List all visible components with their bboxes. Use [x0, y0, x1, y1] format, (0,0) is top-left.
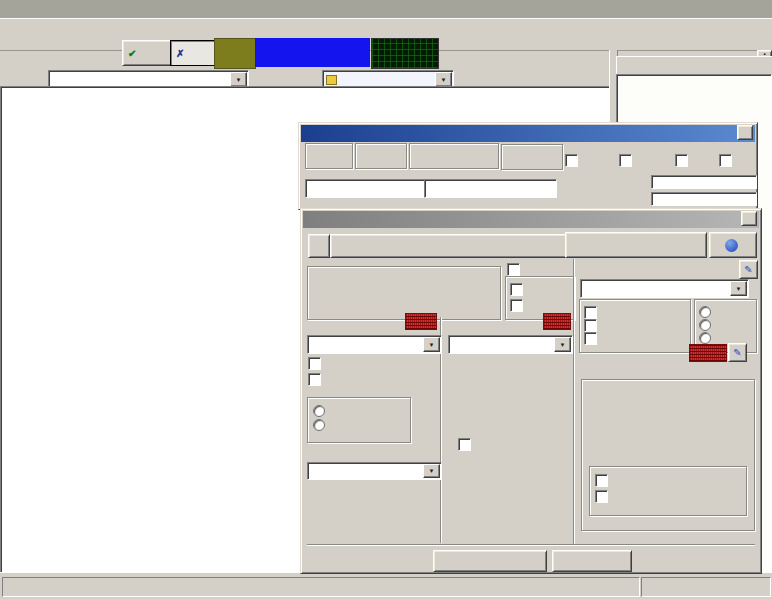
- checkbox-icon: [458, 438, 471, 451]
- chevron-down-icon[interactable]: ▼: [554, 337, 571, 352]
- help-button[interactable]: [709, 232, 757, 258]
- checkbox-icon: [584, 319, 597, 332]
- toolbar: ✔ ✗: [0, 18, 772, 51]
- group-membership-box: [307, 266, 501, 320]
- tab-strip: [0, 50, 608, 69]
- key-lock-checkbox[interactable]: [308, 373, 325, 386]
- dialog-title-bar[interactable]: [301, 125, 755, 142]
- transponder-checkbox[interactable]: [458, 438, 475, 451]
- seg-id-box: [305, 143, 353, 169]
- radio-icon: [313, 419, 325, 431]
- cancel-button[interactable]: [552, 550, 632, 572]
- edit-p-port-button[interactable]: ✎: [728, 343, 747, 362]
- relay58-checkbox[interactable]: [595, 490, 612, 503]
- chevron-down-icon[interactable]: ▼: [423, 464, 440, 478]
- messages-panel-header: [616, 56, 772, 75]
- extra-dali-radio[interactable]: [699, 332, 715, 344]
- blank-tool-button[interactable]: [308, 234, 330, 258]
- beep-checkbox[interactable]: [507, 263, 524, 276]
- hardware-type-box: [409, 143, 499, 169]
- checkbox-icon: [308, 357, 321, 370]
- t-port-checkbox[interactable]: [619, 154, 636, 167]
- refresh-button[interactable]: [330, 234, 570, 258]
- chevron-down-icon[interactable]: ▼: [435, 72, 452, 87]
- footer-divider: [307, 544, 755, 546]
- checkbox-icon: [308, 373, 321, 386]
- checkbox-icon: [619, 154, 632, 167]
- last-edit-field: [651, 175, 757, 189]
- triacs-checkbox[interactable]: [565, 154, 582, 167]
- module-info-dialog: [298, 122, 758, 210]
- keyboard-type-box: [307, 397, 411, 443]
- relay-properties-box: [581, 379, 755, 531]
- pencil-icon: ✎: [744, 264, 752, 275]
- checkbox-icon: [510, 299, 523, 312]
- save-and-close-button[interactable]: [433, 550, 547, 572]
- close-icon[interactable]: [741, 211, 757, 226]
- checkbox-icon: [584, 332, 597, 345]
- normally-closed-radio[interactable]: [313, 419, 329, 431]
- p-port-checkbox[interactable]: [719, 154, 736, 167]
- t-port-occupied-stamp: [405, 313, 437, 330]
- comment-input[interactable]: [424, 179, 557, 198]
- checkbox-icon: [595, 474, 608, 487]
- beep-keypress-checkbox[interactable]: [510, 283, 527, 296]
- help-icon: [725, 239, 738, 252]
- checkbox-icon: [719, 154, 732, 167]
- long-press-detect-select[interactable]: ▼: [307, 462, 442, 480]
- close-icon[interactable]: [737, 125, 753, 140]
- output3-status-checkbox[interactable]: [584, 332, 601, 345]
- checkbox-icon: [584, 306, 597, 319]
- checkbox-icon: [510, 283, 523, 296]
- extra-dsi-radio[interactable]: [699, 319, 715, 331]
- extra-deaktiv-radio[interactable]: [699, 306, 715, 318]
- p-port-occupied-stamp: [689, 344, 727, 362]
- module-properties-dialog: ✎ ▼: [300, 208, 762, 574]
- radio-icon: [699, 319, 711, 331]
- checkbox-icon: [675, 154, 688, 167]
- application-window: ✔ ✗ ▼ ▼ ▪: [0, 0, 772, 599]
- software-version-box: [501, 144, 563, 170]
- outputs-select[interactable]: ▼: [580, 279, 749, 298]
- edit-outputs-button[interactable]: ✎: [739, 260, 758, 279]
- relay14-checkbox[interactable]: [595, 474, 612, 487]
- dialog-title-bar[interactable]: [303, 211, 759, 228]
- radio-icon: [699, 332, 711, 344]
- power-fail-checkbox[interactable]: [308, 357, 325, 370]
- menu-bar: [0, 0, 772, 19]
- relay-status-commands-box: [589, 466, 747, 516]
- pencil-icon: ✎: [733, 347, 741, 358]
- radio-icon: [313, 405, 325, 417]
- column-divider: [573, 259, 575, 545]
- checkbox-icon: [507, 263, 520, 276]
- chevron-down-icon[interactable]: ▼: [730, 281, 747, 296]
- normally-open-radio[interactable]: [313, 405, 329, 417]
- t-port-select[interactable]: ▼: [307, 335, 442, 354]
- status-cell-main: [2, 577, 640, 597]
- status-cell-right: [641, 577, 771, 597]
- output-status-commands-box: [579, 299, 691, 353]
- checkbox-icon: [595, 490, 608, 503]
- i-port-occupied-stamp: [543, 313, 571, 330]
- checkbox-icon: [565, 154, 578, 167]
- chevron-down-icon[interactable]: ▼: [423, 337, 440, 352]
- prev-edit-field: [651, 192, 757, 206]
- chevron-down-icon[interactable]: ▼: [230, 72, 247, 87]
- i-port-select[interactable]: ▼: [448, 335, 573, 354]
- modul-id-box: [355, 143, 407, 169]
- output1-status-checkbox[interactable]: [584, 306, 601, 319]
- output2-status-checkbox[interactable]: [584, 319, 601, 332]
- i-port-checkbox[interactable]: [675, 154, 692, 167]
- status-bar: [0, 572, 772, 599]
- beep-error-checkbox[interactable]: [510, 299, 527, 312]
- module-icon: [326, 75, 337, 85]
- radio-icon: [699, 306, 711, 318]
- extended-properties-button[interactable]: [565, 232, 707, 258]
